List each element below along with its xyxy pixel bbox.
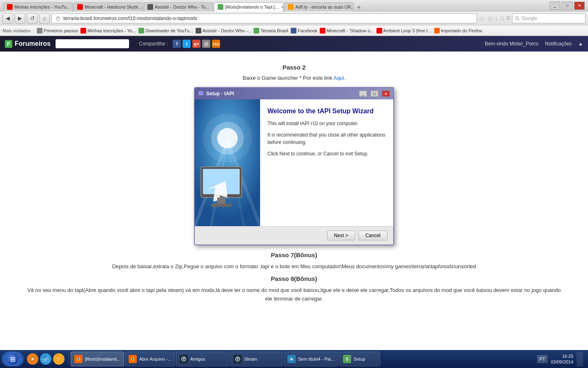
bookmark-primeiros[interactable]: Primeiros passos (37, 28, 78, 34)
menu-icon[interactable]: ≡ (506, 14, 510, 22)
dialog-minimize-button[interactable]: _ (359, 90, 367, 97)
bookmark-ambient[interactable]: Ambient Loop 3 (free t... (376, 28, 432, 34)
bookmark-doctorwho[interactable]: Assistir - Doctor Who -... (196, 28, 251, 34)
tab-youtube[interactable]: Minhas inscrições - YouTu... ✕ (3, 2, 73, 11)
dialog-title-icon (198, 91, 204, 96)
bookmark-inscricoes[interactable]: Minhas inscrições - Yo... (80, 28, 136, 34)
setup-dialog-overlay: Setup - tAPI _ □ ✕ (16, 87, 572, 245)
search-bar[interactable]: Google (512, 13, 586, 23)
taskbar-right: PT 16:25 03/09/2014 (537, 352, 586, 366)
page-content: Passo 2 Baixe o Game launcher * Por este… (0, 52, 588, 350)
taskbar-item-setup[interactable]: S Setup (339, 352, 380, 366)
monitor-svg (195, 99, 260, 226)
svg-rect-24 (43, 357, 46, 358)
firefox-icon (75, 356, 82, 362)
forum-search-input[interactable] (56, 39, 129, 48)
bookmark-firefox-icon (434, 28, 440, 34)
taskbar-abrir-icon (129, 355, 137, 363)
email-social-icon[interactable]: @ (202, 40, 210, 48)
dialog-titlebar: Setup - tAPI _ □ ✕ (195, 88, 393, 99)
refresh-button[interactable]: ↺ (27, 13, 38, 24)
download-icon[interactable]: ↓ (495, 14, 499, 22)
svg-rect-28 (57, 357, 60, 358)
lock-icon (55, 16, 61, 21)
tab-doctorwho[interactable]: Assistir - Doctor Who - To... ✕ (144, 2, 213, 11)
taskbar: ⊞ (0, 350, 588, 368)
taskbar-item-amigos[interactable]: Amigos (176, 352, 229, 366)
taskbar-steam-amigos-icon (180, 355, 188, 363)
up-icon[interactable]: ▲ (578, 41, 583, 47)
step7-heading: Passo 7(Bônus) (16, 251, 572, 258)
bookmark-ambient-icon (376, 28, 382, 34)
forum-header: F Forumeiros Compartilhe : f t g+ @ rss … (0, 36, 588, 52)
svg-rect-4 (199, 92, 203, 94)
bookmark-minecraft[interactable]: Minecraft - 'Shadow o... (320, 28, 374, 34)
firefox2-icon (129, 356, 136, 362)
svg-point-12 (203, 114, 252, 163)
tab-doctorwho-icon (147, 4, 153, 10)
back-button[interactable]: ◀ (2, 13, 13, 24)
bookmarks-bar: Mais visitados | Primeiros passos Minhas… (0, 25, 588, 36)
step7-text: Depois de baixar,extraia o Zip,Pegue o a… (24, 263, 564, 271)
file-manager-quick-icon[interactable] (40, 353, 51, 365)
svg-text:S: S (345, 357, 348, 361)
address-bar[interactable]: terraria-brasil.forumeiros.com/t10-modsi… (51, 13, 477, 23)
bookmark-downloader[interactable]: Downloader de YouTu... (138, 28, 193, 34)
search-icon (515, 16, 520, 21)
next-button[interactable]: Next > (327, 231, 355, 240)
taskbar-item-steam[interactable]: Steam (230, 352, 283, 366)
svg-rect-29 (57, 359, 60, 359)
facebook-social-icon[interactable]: f (173, 40, 181, 48)
welcome-text: Bem-vindo Mister_Porco (485, 41, 538, 47)
show-desktop-button[interactable] (577, 352, 583, 366)
rss-social-icon[interactable]: rss (212, 40, 220, 48)
language-indicator: PT (537, 355, 548, 363)
step2-text: Baixe o Game launcher * Por este link Aq… (16, 75, 572, 81)
aqui-link[interactable]: Aqui. (333, 75, 345, 81)
svg-line-2 (518, 19, 519, 20)
close-button[interactable]: ✕ (574, 2, 585, 10)
bookmark-terraria[interactable]: Terraria Brasil (254, 28, 288, 34)
step8-text: Vá no seu menu do tapi(Abre quando você … (24, 286, 564, 303)
start-button[interactable]: ⊞ (2, 352, 24, 366)
bookmark-icon[interactable]: ☆ (487, 14, 493, 23)
new-tab-button[interactable]: + (354, 3, 363, 11)
star-icon[interactable]: ☆ (479, 14, 485, 23)
home-button[interactable]: ⌂ (39, 13, 50, 24)
steam-icon (180, 355, 187, 363)
svg-text:⊞: ⊞ (10, 356, 16, 363)
forward-button[interactable]: ▶ (15, 13, 25, 24)
files-quick-icon[interactable] (53, 353, 65, 365)
forum-logo[interactable]: F Forumeiros (5, 40, 51, 48)
file-manager-icon (42, 356, 49, 362)
dialog-title-text: Setup - tAPI (206, 91, 356, 96)
url-text: terraria-brasil.forumeiros.com/t10-modsi… (63, 16, 197, 21)
notifications-link[interactable]: Notificações (545, 41, 572, 47)
browser-tabs: Minhas inscrições - YouTu... ✕ Minecraft… (3, 0, 363, 11)
taskbar-item-mods[interactable]: [Mods]Instaland... (71, 352, 124, 366)
twitter-social-icon[interactable]: t (183, 40, 191, 48)
compartilhe-label: Compartilhe : (139, 41, 168, 47)
googleplus-social-icon[interactable]: g+ (192, 40, 200, 48)
tab-mods-close[interactable]: ✕ (281, 5, 283, 9)
taskbar-item-paint[interactable]: Sem titulo4 - Pai... (284, 352, 339, 366)
svg-rect-25 (44, 359, 48, 359)
paint-icon (288, 356, 295, 362)
cancel-button[interactable]: Cancel (359, 231, 388, 240)
minimize-button[interactable]: _ (550, 2, 560, 10)
home2-icon[interactable]: ⌂ (500, 14, 505, 22)
bookmark-facebook-icon (291, 28, 296, 34)
bookmark-facebook[interactable]: Facebook (291, 28, 317, 34)
tab-minecraft[interactable]: Minecraft - Hardcore Skybl... ✕ (74, 2, 143, 11)
svg-rect-30 (57, 360, 59, 360)
maximize-button[interactable]: □ (562, 2, 572, 10)
taskbar-item-abrir[interactable]: Abrir Arquivo -... (125, 352, 175, 366)
dialog-maximize-button[interactable]: □ (370, 90, 379, 97)
tab-doctorwho-close[interactable]: ✕ (212, 5, 213, 9)
bookmark-firefox[interactable]: Importado do Firefox (434, 28, 483, 34)
tab-mods[interactable]: [Mods]Instalando o Tapi.[... ✕ (214, 2, 283, 11)
dialog-content: Welcome to the tAPI Setup Wizard This wi… (260, 99, 393, 226)
dialog-close-button[interactable]: ✕ (382, 90, 390, 97)
tab-adfly[interactable]: AdF.ly - encurta as suas UR... ✕ (284, 2, 354, 11)
media-player-quick-icon[interactable] (27, 353, 38, 365)
